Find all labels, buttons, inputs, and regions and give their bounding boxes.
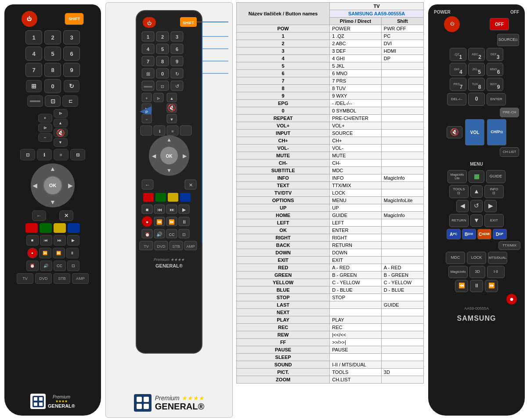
right-magicinfo-button[interactable]: MagicInfoLite [448, 170, 467, 183]
right-right-arrow[interactable]: ▶ [484, 200, 497, 212]
right-chp-button[interactable]: CH/P⊡ [487, 119, 506, 145]
right-btn-2[interactable]: ABC2 [468, 48, 485, 61]
left-blue-button[interactable] [68, 223, 80, 233]
right-btn-0[interactable]: 0 [468, 93, 485, 106]
right-i2-button[interactable]: I·II [487, 266, 505, 278]
right-chlist-button[interactable]: CH LIST [500, 147, 519, 157]
left-shift-button[interactable]: SHIFT [65, 13, 84, 25]
right-del-button[interactable]: DEL-/-- [447, 93, 466, 105]
left-prev-button[interactable]: ⏮ [40, 235, 52, 246]
left-rec-button[interactable]: ● [27, 248, 38, 258]
right-left-arrow[interactable]: ◀ [456, 200, 469, 212]
right-pc-button[interactable]: APC [447, 229, 461, 239]
right-tools-button[interactable]: TOOLS⊡ [449, 185, 469, 198]
right-mts-button[interactable]: MTS/DUAL [488, 252, 507, 264]
right-lock-button[interactable]: LOCK [467, 252, 486, 264]
left-btn-8[interactable]: 8 [44, 63, 61, 77]
left-stb-button[interactable]: STB [54, 273, 70, 284]
left-pause-button[interactable]: ⏸ [66, 248, 79, 258]
left-btn-volinput2[interactable]: ⊳ [38, 123, 52, 132]
right-btn-4[interactable]: GHI4 [450, 63, 466, 76]
left-rew-button[interactable]: ⏪ [39, 248, 51, 258]
right-off-button[interactable]: OFF [490, 18, 509, 30]
right-dp-button[interactable]: DDP [493, 229, 507, 239]
left-cc-button[interactable]: CC [54, 261, 66, 271]
left-stop-button[interactable]: ■ [26, 235, 39, 246]
left-btn-0[interactable]: 0 [44, 79, 61, 93]
left-btn-1[interactable]: 1 [25, 30, 42, 44]
right-3d-button[interactable]: 3D [469, 266, 485, 278]
left-btn-4[interactable]: 4 [25, 47, 42, 61]
right-menu-icon-button[interactable]: ▦ [469, 170, 484, 183]
left-btn-chevdown[interactable]: ▼ [54, 138, 68, 147]
right-ff-button[interactable]: ⏩ [485, 280, 498, 292]
right-btn-1[interactable]: .QZ1 [450, 48, 466, 61]
right-info-button[interactable]: INFO⊡ [484, 185, 504, 198]
left-btn-menu[interactable]: ≡ [54, 149, 69, 160]
left-btn-func1[interactable]: ⊡ [20, 149, 35, 160]
left-green-button[interactable] [40, 223, 52, 233]
right-prech-button[interactable]: PRE-CH [500, 108, 519, 117]
left-dpad-down[interactable]: ▼ [50, 199, 56, 206]
left-play-button[interactable]: ▶ [67, 235, 79, 246]
left-btn-refresh[interactable]: ↻ [64, 80, 79, 92]
right-mute-button[interactable]: 🔇 [447, 126, 462, 138]
left-btn-func2[interactable]: ⊟ [70, 149, 85, 160]
left-btn-back[interactable]: ← [32, 210, 46, 221]
left-dpad-up[interactable]: ▲ [50, 165, 56, 172]
left-btn-9[interactable]: 9 [63, 63, 80, 77]
right-hdmi-button[interactable]: CHDMI [477, 229, 491, 239]
left-ok-button[interactable]: OK [43, 176, 62, 195]
right-up-arrow[interactable]: ▲ [470, 185, 483, 198]
left-btn-grid[interactable]: ⊞ [26, 80, 42, 92]
right-rewind-button[interactable]: ⏪ [455, 280, 468, 292]
right-rotate-button[interactable]: ↺ [470, 200, 483, 212]
right-btn-8[interactable]: TUV8 [468, 78, 485, 91]
right-mdc-button[interactable]: MDC [446, 252, 465, 264]
right-return-button[interactable]: RETURN [449, 214, 469, 227]
right-source-button[interactable]: SOURCE⊡ [497, 34, 519, 46]
left-btn-info[interactable]: ℹ [37, 149, 52, 160]
left-next-button[interactable]: ⏭ [54, 235, 66, 246]
left-btn-2[interactable]: 2 [44, 30, 61, 44]
left-red-button[interactable] [25, 223, 38, 233]
left-tv-button[interactable]: TV [17, 273, 33, 284]
left-btn-chevup[interactable]: ▲ [54, 119, 68, 127]
right-btn-6[interactable]: MNO6 [487, 63, 503, 76]
left-btn-5[interactable]: 5 [44, 47, 61, 61]
left-clock-button[interactable]: ⏰ [26, 261, 39, 271]
left-ratio-button[interactable]: ⊡ [67, 261, 79, 271]
left-btn-mute[interactable]: 🔇 [54, 128, 68, 137]
right-guide-button[interactable]: GUIDE [486, 170, 505, 183]
right-vol-button[interactable]: VOL [465, 119, 484, 145]
right-btn-5[interactable]: JKL5 [468, 63, 485, 76]
left-btn-3[interactable]: 3 [63, 30, 80, 44]
left-btn-7[interactable]: 7 [25, 63, 42, 77]
right-magicinfo2-button[interactable]: MagicInfo [448, 266, 468, 278]
left-dvd-button[interactable]: DVD [35, 273, 52, 284]
left-dpad-left[interactable]: ◀ [32, 182, 37, 189]
right-btn-9[interactable]: WXY9 [487, 78, 503, 91]
left-vol-icon-button[interactable]: 🔊 [40, 261, 52, 271]
right-dvi-button[interactable]: BDVI [462, 229, 476, 239]
left-btn-text[interactable]: ⊏ [62, 95, 78, 107]
left-btn-6[interactable]: 6 [63, 47, 80, 61]
left-amp-button[interactable]: AMP [72, 273, 89, 284]
left-btn-x[interactable]: ✕ [59, 210, 73, 221]
right-power-button[interactable]: ⏻ [444, 16, 460, 32]
right-down-arrow[interactable]: ▼ [470, 214, 483, 227]
right-ttxmix-button[interactable]: TTX/MIX [498, 241, 520, 250]
left-dpad-right[interactable]: ▶ [68, 182, 73, 189]
left-btn-subtitle[interactable]: ⊡ [45, 95, 61, 107]
left-yellow-button[interactable] [54, 223, 66, 233]
left-btn-epg[interactable]: ═══ [27, 95, 43, 107]
left-btn-input[interactable]: ⊳ [54, 109, 68, 118]
right-btn-7[interactable]: PRS7 [450, 78, 466, 91]
right-rec-button[interactable]: ● [506, 294, 517, 304]
left-btn-volinput[interactable]: + [38, 114, 52, 123]
right-btn-3[interactable]: DEF3 [487, 48, 503, 61]
left-power-button[interactable]: ⏻ [22, 11, 37, 27]
right-pause-button[interactable]: ⏸ [470, 280, 483, 292]
left-btn-voldown[interactable]: − [38, 133, 52, 142]
right-enter-button[interactable]: ENTER [487, 93, 506, 105]
